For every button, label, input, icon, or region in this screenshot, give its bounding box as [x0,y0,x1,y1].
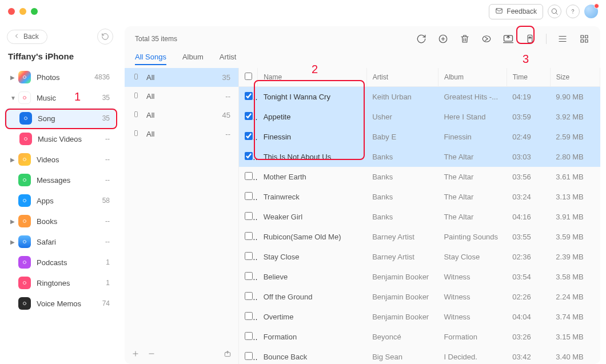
remove-playlist-icon[interactable] [147,350,156,359]
sidebar-item-apps[interactable]: ▶Apps58 [5,190,115,211]
fullscreen-window-dot[interactable] [31,8,38,15]
cell-name: Rubicon(Same Old Me) [258,227,367,247]
svg-rect-21 [585,40,588,43]
sidebar: Back Tiffany's iPhone ▶Photos4836▼Music3… [0,23,120,364]
sub-list-item[interactable]: All-- [125,87,238,106]
table-row[interactable]: Weaker GirlBanksThe Altar04:163.91 MB [239,207,600,227]
close-window-dot[interactable] [8,8,15,15]
search-button[interactable] [548,5,561,18]
table-row[interactable]: Stay CloseBarney ArtistStay Close02:362.… [239,247,600,267]
cell-album: Witness [438,267,507,287]
tab-all-songs[interactable]: All Songs [135,53,166,65]
row-checkbox[interactable] [245,112,253,120]
back-button[interactable]: Back [7,30,47,44]
table-row[interactable]: Bounce BackBig SeanI Decided.03:423.40 M… [239,347,600,364]
cell-artist: Banks [366,207,438,227]
cell-time: 03:03 [507,147,550,167]
sidebar-refresh-button[interactable] [97,29,113,45]
cell-album: Finessin [438,127,507,147]
row-checkbox[interactable] [245,132,253,140]
table-row[interactable]: This Is Not About UsBanksThe Altar03:032… [239,147,600,167]
traffic-lights [8,8,38,15]
cell-size: 3.15 MB [550,327,600,347]
mail-icon [495,7,503,17]
tab-album[interactable]: Album [182,53,204,65]
list-view-icon[interactable] [557,33,568,45]
table-row[interactable]: Off the GroundBenjamin BookerWitness02:2… [239,287,600,307]
cell-time: 04:04 [507,307,550,327]
sidebar-item-count: 4836 [94,73,110,81]
column-checkbox[interactable] [239,68,258,87]
row-checkbox[interactable] [245,232,253,240]
sidebar-icon [18,215,31,227]
sidebar-item-podcasts[interactable]: ▶Podcasts1 [5,252,115,273]
table-row[interactable]: Tonight I Wanna CryKeith UrbanGreatest H… [239,87,600,107]
add-icon[interactable] [437,33,449,45]
table-row[interactable]: OvertimeBenjamin BookerWitness04:043.74 … [239,307,600,327]
cell-album: Here I Stand [438,107,507,127]
cell-time: 03:42 [507,347,550,364]
tab-artist[interactable]: Artist [220,53,237,65]
minimize-window-dot[interactable] [19,8,26,15]
to-itunes-icon[interactable] [481,33,492,45]
row-checkbox[interactable] [245,192,253,200]
sidebar-item-ringtones[interactable]: ▶Ringtones1 [5,273,115,293]
row-checkbox[interactable] [245,272,253,280]
sidebar-item-safari[interactable]: ▶Safari-- [5,231,115,252]
sidebar-item-music-videos[interactable]: Music Videos-- [5,129,115,149]
cell-size: 3.59 MB [550,227,600,247]
sidebar-item-videos[interactable]: ▶Videos-- [5,149,115,170]
delete-icon[interactable] [459,33,471,45]
cell-size: 3.74 MB [550,307,600,327]
sidebar-item-messages[interactable]: ▶Messages-- [5,170,115,190]
feedback-button[interactable]: Feedback [489,4,543,19]
refresh-icon[interactable] [416,33,427,45]
songs-table-wrapper[interactable]: Name Artist Album Time Size Tonight I Wa… [239,68,600,364]
grid-view-icon[interactable] [579,33,590,45]
table-row[interactable]: TrainwreckBanksThe Altar03:243.13 MB [239,187,600,207]
cell-size: 2.59 MB [550,127,600,147]
row-checkbox[interactable] [245,172,253,180]
sidebar-item-count: 58 [102,197,110,205]
column-time[interactable]: Time [507,68,550,87]
row-checkbox[interactable] [245,252,253,260]
table-row[interactable]: FormationBeyoncéFormation03:263.15 MB [239,327,600,347]
cell-size: 3.58 MB [550,267,600,287]
account-avatar[interactable] [584,5,598,18]
column-artist[interactable]: Artist [366,68,438,87]
table-row[interactable]: Mother EarthBanksThe Altar03:563.61 MB [239,167,600,187]
to-mac-icon[interactable] [503,33,514,45]
column-size[interactable]: Size [550,68,600,87]
row-checkbox[interactable] [245,92,253,100]
row-checkbox[interactable] [245,352,253,360]
sidebar-item-books[interactable]: ▶Books-- [5,211,115,231]
cell-name: Mother Earth [258,167,367,187]
sidebar-item-song[interactable]: Song35 [5,108,115,129]
table-row[interactable]: FinessinBaby EFinessin02:492.59 MB [239,127,600,147]
table-row[interactable]: Rubicon(Same Old Me)Barney ArtistPaintin… [239,227,600,247]
export-playlist-icon[interactable] [224,350,232,359]
cell-name: Formation [258,327,367,347]
sidebar-item-voice-memos[interactable]: ▶Voice Memos74 [5,293,115,314]
cell-name: Stay Close [258,247,367,267]
sub-list-item[interactable]: All-- [125,125,238,143]
column-album[interactable]: Album [438,68,507,87]
sidebar-item-photos[interactable]: ▶Photos4836 [5,67,115,87]
cell-album: Witness [438,307,507,327]
column-name[interactable]: Name [258,68,367,87]
sub-list-item[interactable]: All45 [125,106,238,125]
row-checkbox[interactable] [245,212,253,220]
row-checkbox[interactable] [245,292,253,300]
sidebar-icon [18,153,31,166]
sidebar-item-music[interactable]: ▼Music35 [5,87,115,108]
cell-name: Tonight I Wanna Cry [258,87,367,107]
add-playlist-icon[interactable] [131,350,139,359]
to-device-icon[interactable] [524,33,536,45]
table-row[interactable]: AppetiteUsherHere I Stand03:593.92 MB [239,107,600,127]
row-checkbox[interactable] [245,332,253,340]
help-button[interactable] [566,5,580,18]
row-checkbox[interactable] [245,312,253,320]
row-checkbox[interactable] [245,152,253,160]
table-row[interactable]: BelieveBenjamin BookerWitness03:543.58 M… [239,267,600,287]
sub-list-item[interactable]: All35 [125,68,238,87]
